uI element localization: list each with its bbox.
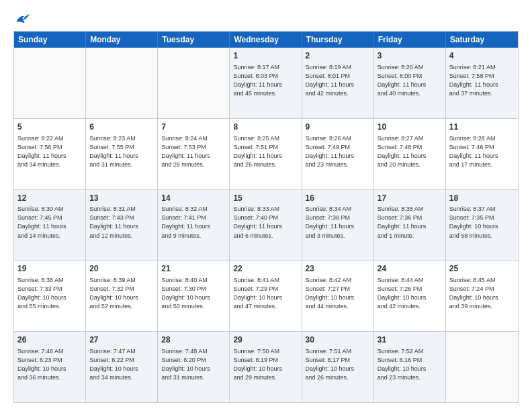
cell-info: Sunrise: 8:32 AMSunset: 7:41 PMDaylight:… [161, 205, 226, 240]
calendar-cell-2-2: 14Sunrise: 8:32 AMSunset: 7:41 PMDayligh… [158, 190, 230, 261]
calendar-cell-3-0: 19Sunrise: 8:38 AMSunset: 7:33 PMDayligh… [14, 261, 86, 331]
day-number: 15 [233, 193, 298, 204]
calendar-cell-1-0: 5Sunrise: 8:22 AMSunset: 7:56 PMDaylight… [14, 119, 86, 189]
cell-info: Sunrise: 8:19 AMSunset: 8:01 PMDaylight:… [306, 63, 370, 98]
calendar-cell-1-4: 9Sunrise: 8:26 AMSunset: 7:49 PMDaylight… [302, 119, 374, 189]
calendar-body: 1Sunrise: 8:17 AMSunset: 8:03 PMDaylight… [14, 48, 518, 402]
calendar-header-row: SundayMondayTuesdayWednesdayThursdayFrid… [14, 32, 518, 48]
calendar-week-3: 19Sunrise: 8:38 AMSunset: 7:33 PMDayligh… [14, 260, 518, 331]
cell-info: Sunrise: 7:46 AMSunset: 6:23 PMDaylight:… [17, 347, 82, 382]
cell-info: Sunrise: 7:50 AMSunset: 6:19 PMDaylight:… [233, 347, 298, 382]
day-number: 18 [449, 193, 515, 204]
day-number: 24 [378, 263, 442, 275]
header [13, 12, 519, 24]
day-number: 22 [233, 263, 298, 275]
calendar-cell-4-6 [446, 332, 518, 402]
calendar: SundayMondayTuesdayWednesdayThursdayFrid… [13, 31, 519, 403]
day-number: 5 [17, 122, 82, 133]
cell-info: Sunrise: 8:25 AMSunset: 7:51 PMDaylight:… [233, 134, 298, 169]
day-number: 27 [89, 334, 154, 346]
calendar-cell-3-4: 23Sunrise: 8:42 AMSunset: 7:27 PMDayligh… [302, 261, 374, 331]
cell-info: Sunrise: 8:39 AMSunset: 7:32 PMDaylight:… [89, 276, 154, 311]
logo-bird-icon [15, 12, 30, 24]
calendar-header-cell-wednesday: Wednesday [230, 32, 302, 48]
day-number: 16 [306, 193, 370, 204]
calendar-cell-1-2: 7Sunrise: 8:24 AMSunset: 7:53 PMDaylight… [158, 119, 230, 189]
calendar-week-2: 12Sunrise: 8:30 AMSunset: 7:45 PMDayligh… [14, 189, 518, 261]
calendar-header-cell-sunday: Sunday [14, 32, 86, 48]
day-number: 12 [17, 193, 82, 204]
calendar-cell-4-2: 28Sunrise: 7:48 AMSunset: 6:20 PMDayligh… [158, 332, 230, 402]
cell-info: Sunrise: 8:30 AMSunset: 7:45 PMDaylight:… [17, 205, 82, 240]
calendar-cell-0-2 [158, 48, 230, 118]
day-number: 8 [233, 122, 298, 133]
calendar-header-cell-thursday: Thursday [302, 32, 374, 48]
cell-info: Sunrise: 8:35 AMSunset: 7:36 PMDaylight:… [378, 205, 442, 240]
cell-info: Sunrise: 8:22 AMSunset: 7:56 PMDaylight:… [17, 134, 82, 169]
cell-info: Sunrise: 8:44 AMSunset: 7:26 PMDaylight:… [378, 276, 442, 311]
calendar-cell-2-4: 16Sunrise: 8:34 AMSunset: 7:38 PMDayligh… [302, 190, 374, 261]
calendar-cell-1-5: 10Sunrise: 8:27 AMSunset: 7:48 PMDayligh… [374, 119, 446, 189]
cell-info: Sunrise: 8:24 AMSunset: 7:53 PMDaylight:… [161, 134, 226, 169]
cell-info: Sunrise: 7:47 AMSunset: 6:22 PMDaylight:… [89, 347, 154, 382]
day-number: 29 [233, 334, 298, 346]
calendar-cell-1-1: 6Sunrise: 8:23 AMSunset: 7:55 PMDaylight… [86, 119, 158, 189]
cell-info: Sunrise: 8:42 AMSunset: 7:27 PMDaylight:… [306, 276, 370, 311]
day-number: 7 [161, 122, 226, 133]
calendar-cell-1-3: 8Sunrise: 8:25 AMSunset: 7:51 PMDaylight… [230, 119, 302, 189]
calendar-cell-4-1: 27Sunrise: 7:47 AMSunset: 6:22 PMDayligh… [86, 332, 158, 402]
day-number: 2 [306, 50, 370, 62]
day-number: 10 [378, 122, 442, 133]
day-number: 14 [161, 193, 226, 204]
day-number: 13 [89, 193, 154, 204]
calendar-week-1: 5Sunrise: 8:22 AMSunset: 7:56 PMDaylight… [14, 118, 518, 189]
cell-info: Sunrise: 8:33 AMSunset: 7:40 PMDaylight:… [233, 205, 298, 240]
cell-info: Sunrise: 8:28 AMSunset: 7:46 PMDaylight:… [449, 134, 515, 169]
cell-info: Sunrise: 8:31 AMSunset: 7:43 PMDaylight:… [89, 205, 154, 240]
calendar-cell-0-4: 2Sunrise: 8:19 AMSunset: 8:01 PMDaylight… [302, 48, 374, 118]
calendar-header-cell-friday: Friday [374, 32, 446, 48]
calendar-week-0: 1Sunrise: 8:17 AMSunset: 8:03 PMDaylight… [14, 48, 518, 118]
cell-info: Sunrise: 8:23 AMSunset: 7:55 PMDaylight:… [89, 134, 154, 169]
cell-info: Sunrise: 8:27 AMSunset: 7:48 PMDaylight:… [378, 134, 442, 169]
calendar-cell-0-5: 3Sunrise: 8:20 AMSunset: 8:00 PMDaylight… [374, 48, 446, 118]
day-number: 28 [161, 334, 226, 346]
cell-info: Sunrise: 8:17 AMSunset: 8:03 PMDaylight:… [233, 63, 298, 98]
calendar-cell-2-0: 12Sunrise: 8:30 AMSunset: 7:45 PMDayligh… [14, 190, 86, 261]
logo [13, 12, 30, 24]
day-number: 3 [378, 50, 442, 62]
calendar-cell-4-4: 30Sunrise: 7:51 AMSunset: 6:17 PMDayligh… [302, 332, 374, 402]
calendar-cell-0-1 [86, 48, 158, 118]
day-number: 19 [17, 263, 82, 275]
day-number: 1 [233, 50, 298, 62]
calendar-cell-0-3: 1Sunrise: 8:17 AMSunset: 8:03 PMDaylight… [230, 48, 302, 118]
calendar-header-cell-saturday: Saturday [446, 32, 518, 48]
day-number: 20 [89, 263, 154, 275]
cell-info: Sunrise: 7:48 AMSunset: 6:20 PMDaylight:… [161, 347, 226, 382]
day-number: 17 [378, 193, 442, 204]
calendar-cell-2-3: 15Sunrise: 8:33 AMSunset: 7:40 PMDayligh… [230, 190, 302, 261]
calendar-cell-3-2: 21Sunrise: 8:40 AMSunset: 7:30 PMDayligh… [158, 261, 230, 331]
calendar-cell-3-5: 24Sunrise: 8:44 AMSunset: 7:26 PMDayligh… [374, 261, 446, 331]
calendar-header-cell-monday: Monday [86, 32, 158, 48]
calendar-cell-4-3: 29Sunrise: 7:50 AMSunset: 6:19 PMDayligh… [230, 332, 302, 402]
day-number: 6 [89, 122, 154, 133]
calendar-header-cell-tuesday: Tuesday [158, 32, 230, 48]
day-number: 31 [378, 334, 442, 346]
day-number: 23 [306, 263, 370, 275]
cell-info: Sunrise: 8:21 AMSunset: 7:58 PMDaylight:… [449, 63, 515, 98]
cell-info: Sunrise: 7:52 AMSunset: 6:16 PMDaylight:… [378, 347, 442, 382]
calendar-cell-1-6: 11Sunrise: 8:28 AMSunset: 7:46 PMDayligh… [446, 119, 518, 189]
cell-info: Sunrise: 8:38 AMSunset: 7:33 PMDaylight:… [17, 276, 82, 311]
page: SundayMondayTuesdayWednesdayThursdayFrid… [0, 0, 532, 411]
day-number: 4 [449, 50, 515, 62]
cell-info: Sunrise: 7:51 AMSunset: 6:17 PMDaylight:… [306, 347, 370, 382]
day-number: 11 [449, 122, 515, 133]
calendar-cell-3-3: 22Sunrise: 8:41 AMSunset: 7:29 PMDayligh… [230, 261, 302, 331]
cell-info: Sunrise: 8:34 AMSunset: 7:38 PMDaylight:… [306, 205, 370, 240]
day-number: 25 [449, 263, 515, 275]
cell-info: Sunrise: 8:41 AMSunset: 7:29 PMDaylight:… [233, 276, 298, 311]
calendar-cell-3-6: 25Sunrise: 8:45 AMSunset: 7:24 PMDayligh… [446, 261, 518, 331]
calendar-cell-2-5: 17Sunrise: 8:35 AMSunset: 7:36 PMDayligh… [374, 190, 446, 261]
calendar-cell-2-6: 18Sunrise: 8:37 AMSunset: 7:35 PMDayligh… [446, 190, 518, 261]
